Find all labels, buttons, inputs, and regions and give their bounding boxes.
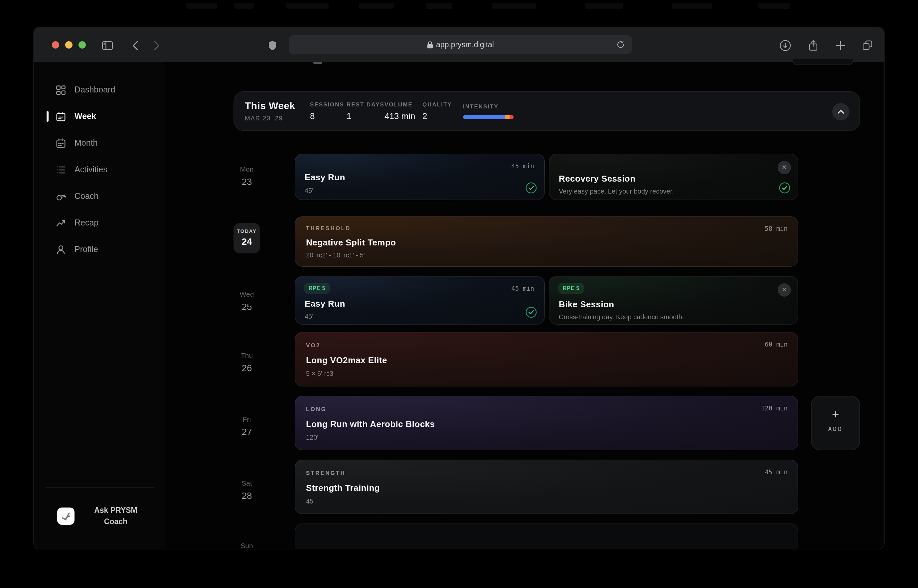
sidebar-item-label: Dashboard: [74, 85, 115, 94]
sidebar-item-activities[interactable]: Activities: [34, 156, 165, 183]
sidebar-item-label: Profile: [74, 245, 98, 254]
sidebar-toggle-icon[interactable]: [100, 39, 114, 52]
session-card-threshold-tempo[interactable]: THRESHOLD 58 min Negative Split Tempo 20…: [295, 216, 798, 267]
lock-icon: [427, 41, 433, 48]
today-badge: TODAY 24: [233, 223, 260, 254]
week-date-range: MAR 23–29: [245, 115, 283, 122]
reload-icon[interactable]: [615, 39, 627, 50]
stat-sessions: SESSIONS 8: [310, 101, 344, 121]
sidebar-nav: Dashboard Week: [34, 76, 165, 263]
ask-coach-label: Ask PRYSM Coach: [84, 505, 148, 527]
session-card-vo2max[interactable]: VO2 60 min Long VO2max Elite 5 × 6' rc3': [295, 332, 798, 386]
screen: app.prysm.digital: [0, 0, 918, 588]
intensity-segment: [505, 115, 509, 119]
scrolled-card-sliver: [792, 59, 853, 65]
sidebar-item-profile[interactable]: Profile: [34, 236, 165, 263]
page-content: Dashboard Week: [34, 62, 884, 549]
sidebar-item-coach[interactable]: Coach: [34, 183, 165, 210]
rpe-badge: RPE 5: [558, 283, 584, 294]
close-window-button[interactable]: [52, 41, 59, 48]
plus-icon: +: [811, 409, 860, 420]
minimize-window-button[interactable]: [65, 41, 73, 48]
dismiss-button[interactable]: ✕: [777, 161, 791, 174]
completed-check-icon[interactable]: [525, 182, 537, 194]
stat-quality: QUALITY 2: [422, 101, 452, 121]
stat-intensity: INTENSITY: [463, 103, 514, 119]
app-sidebar: Dashboard Week: [34, 62, 165, 549]
back-button[interactable]: [128, 39, 142, 52]
trend-up-icon: [56, 218, 66, 228]
sidebar-item-label: Recap: [74, 218, 99, 228]
list-icon: [56, 165, 66, 174]
session-card-easy-run-wed[interactable]: RPE 5 45 min Easy Run 45': [295, 276, 545, 325]
safari-window: app.prysm.digital: [33, 27, 885, 549]
active-indicator: [47, 111, 48, 122]
add-label: ADD: [811, 426, 860, 432]
day-label-mon: Mon23: [220, 165, 273, 187]
session-card-bike[interactable]: RPE 5 ✕ Bike Session Cross-training day.…: [549, 276, 798, 325]
sidebar-item-week[interactable]: Week: [34, 103, 165, 130]
sidebar-item-label: Activities: [74, 165, 107, 174]
chevron-up-icon: [837, 110, 844, 114]
sidebar-divider: [46, 487, 154, 488]
day-label-sat: Sat28: [220, 479, 273, 501]
summary-divider: [297, 99, 297, 123]
whistle-icon: [56, 191, 66, 201]
sidebar-item-label: Coach: [74, 192, 99, 201]
session-card-empty-sun[interactable]: [295, 523, 798, 549]
forward-button[interactable]: [150, 39, 163, 52]
new-tab-icon[interactable]: [834, 39, 847, 52]
sidebar-item-month[interactable]: Month: [34, 130, 165, 156]
week-summary-title: This Week: [245, 100, 295, 111]
ask-coach-button[interactable]: Ask PRYSM Coach: [34, 505, 165, 527]
zoom-window-button[interactable]: [79, 41, 86, 48]
sidebar-item-dashboard[interactable]: Dashboard: [34, 76, 165, 103]
url-text: app.prysm.digital: [436, 40, 494, 48]
completed-check-icon[interactable]: [779, 182, 790, 194]
session-card-strength[interactable]: STRENGTH 45 min Strength Training 45': [295, 460, 798, 514]
day-label-fri: Fri27: [220, 415, 273, 437]
intensity-segment: [509, 115, 514, 119]
dashboard-grid-icon: [56, 85, 66, 95]
sidebar-item-label: Month: [74, 138, 98, 148]
sidebar-item-recap[interactable]: Recap: [34, 210, 165, 236]
calendar-week-icon: [56, 111, 66, 121]
stat-rest-days: REST DAYS 1: [347, 101, 385, 121]
privacy-shield-icon[interactable]: [265, 39, 279, 52]
week-summary-bar: This Week MAR 23–29 SESSIONS 8 REST DAYS…: [233, 91, 860, 131]
prysm-logo: [57, 507, 74, 525]
scrolled-content-sliver: [313, 62, 322, 63]
session-card-long-run[interactable]: LONG 120 min Long Run with Aerobic Block…: [295, 396, 798, 450]
session-card-recovery[interactable]: ✕ Recovery Session Very easy pace. Let y…: [549, 153, 798, 200]
completed-check-icon[interactable]: [525, 307, 537, 318]
browser-toolbar: app.prysm.digital: [34, 27, 884, 63]
calendar-month-icon: [56, 138, 66, 148]
user-icon: [56, 244, 66, 254]
week-view: This Week MAR 23–29 SESSIONS 8 REST DAYS…: [165, 62, 884, 549]
rpe-badge: RPE 5: [304, 283, 330, 294]
add-session-button[interactable]: + ADD: [811, 396, 860, 450]
collapse-summary-button[interactable]: [832, 103, 850, 120]
session-card-easy-run-mon[interactable]: 45 min Easy Run 45': [295, 153, 545, 200]
sidebar-item-label: Week: [74, 112, 96, 121]
dismiss-button[interactable]: ✕: [777, 283, 791, 297]
tab-overview-icon[interactable]: [861, 39, 874, 52]
day-label-sun: Sun: [220, 541, 273, 549]
downloads-icon[interactable]: [778, 39, 792, 52]
share-icon[interactable]: [806, 39, 819, 52]
day-label-thu: Thu26: [220, 351, 273, 373]
intensity-segment: [463, 115, 505, 119]
day-label-wed: Wed25: [220, 290, 273, 312]
address-bar[interactable]: app.prysm.digital: [289, 35, 632, 54]
intensity-bar: [463, 115, 514, 119]
stat-volume: VOLUME 413 min: [385, 101, 415, 121]
dimmed-menu-bar: [0, 3, 918, 9]
